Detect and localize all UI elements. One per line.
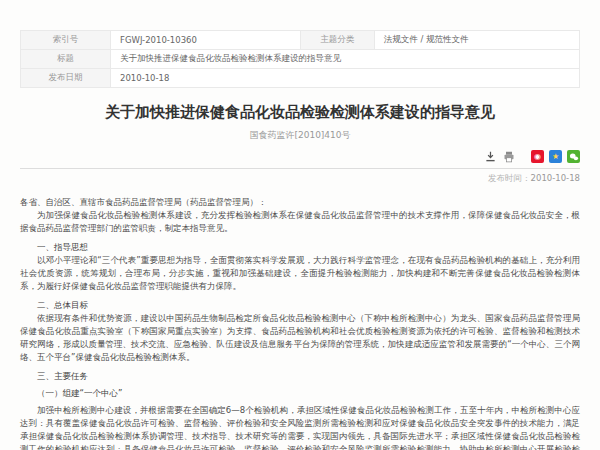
info-value-category: 法规文件 / 规范性文件: [374, 31, 579, 50]
publish-time-label: 发布时间：: [488, 173, 531, 183]
page-content: 索引号 FGWJ-2010-10360 主题分类 法规文件 / 规范性文件 标题…: [0, 0, 600, 450]
page-title: 关于加快推进保健食品化妆品检验检测体系建设的指导意见: [20, 103, 580, 122]
document-body: 各省、自治区、直辖市食品药品监督管理局（药品监督管理局）：为加强保健食品化妆品检…: [20, 196, 580, 450]
table-row: 索引号 FGWJ-2010-10360 主题分类 法规文件 / 规范性文件: [21, 31, 580, 50]
section-heading: 二、总体目标: [20, 299, 580, 312]
section-heading: （一）组建“一个中心”: [20, 387, 580, 400]
qzone-share-icon[interactable]: ★: [549, 150, 562, 163]
publish-time: 发布时间：2010-10-18: [20, 173, 580, 185]
table-row: 发布日期 2010-10-18: [21, 69, 580, 88]
info-label-date: 发布日期: [21, 69, 111, 88]
section-heading: 一、指导思想: [20, 241, 580, 254]
body-paragraph: 以邓小平理论和“三个代表”重要思想为指导，全面贯彻落实科学发展观，大力践行科学监…: [20, 254, 580, 293]
body-paragraph: 依据现有条件和优势资源，建设以中国药品生物制品检定所食品化妆品检验检测中心（下称…: [20, 312, 580, 364]
section-heading: 三、主要任务: [20, 370, 580, 383]
download-icon[interactable]: [484, 150, 497, 163]
body-paragraph: 为加强保健食品化妆品检验检测体系建设，充分发挥检验检测体系在保健食品化妆品监督管…: [20, 209, 580, 235]
wechat-share-icon[interactable]: [567, 150, 580, 163]
toolbar: ◉ ★: [20, 150, 580, 169]
info-value-index: FGWJ-2010-10360: [111, 31, 301, 50]
print-icon[interactable]: [502, 150, 515, 163]
weibo-share-icon[interactable]: ◉: [531, 150, 544, 163]
document-info-table: 索引号 FGWJ-2010-10360 主题分类 法规文件 / 规范性文件 标题…: [20, 30, 580, 88]
body-paragraph: 加强中检所检测中心建设，并根据需要在全国确定6—8个检验机构，承担区域性保健食品…: [20, 404, 580, 450]
info-label-category: 主题分类: [300, 31, 374, 50]
info-label-index: 索引号: [21, 31, 111, 50]
info-value-title: 关于加快推进保健食品化妆品检验检测体系建设的指导意见: [111, 50, 580, 69]
document-number: 国食药监许[2010]410号: [20, 129, 580, 142]
info-value-date: 2010-10-18: [111, 69, 580, 88]
body-paragraph: 各省、自治区、直辖市食品药品监督管理局（药品监督管理局）：: [20, 196, 580, 209]
table-row: 标题 关于加快推进保健食品化妆品检验检测体系建设的指导意见: [21, 50, 580, 69]
publish-time-value: 2010-10-18: [531, 173, 580, 183]
info-label-title: 标题: [21, 50, 111, 69]
